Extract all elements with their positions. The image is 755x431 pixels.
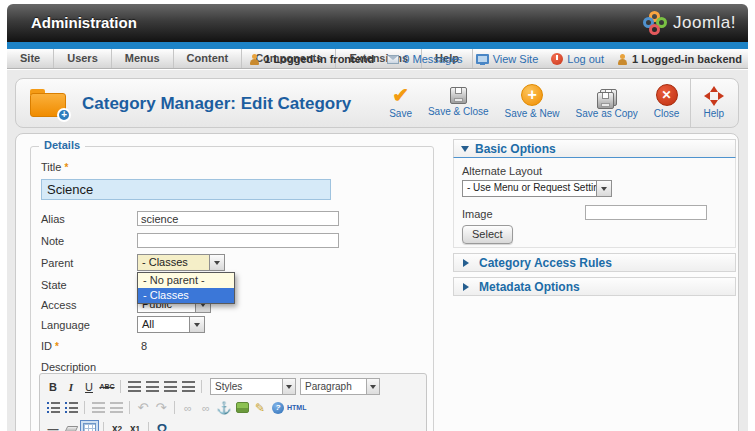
editor-toolbar-row-1: B I U ABC Styles Paragraph — [44, 376, 422, 397]
logo-ring-red — [649, 24, 660, 35]
accordion-metadata-options[interactable]: Metadata Options — [453, 277, 736, 296]
app-title: Administration — [31, 14, 137, 31]
logged-in-backend-status: 1 Logged-in backend — [617, 53, 742, 65]
toolbar-separator — [174, 401, 175, 414]
toolbar-buttons: ✔ Save Save & Close + Save & New Save as… — [381, 79, 734, 127]
four-arrows-icon — [704, 86, 724, 106]
joomla-admin-page: Administration Joomla! Site Users Menus … — [0, 0, 755, 431]
bullet-list-icon[interactable] — [44, 399, 62, 416]
select-image-button[interactable]: Select — [462, 225, 513, 244]
menu-item-content[interactable]: Content — [174, 49, 243, 68]
chevron-down-icon[interactable] — [209, 255, 224, 270]
view-site-label: View Site — [493, 53, 539, 65]
alternate-layout-select[interactable]: - Use Menu or Request Setting - — [462, 180, 612, 197]
outdent-icon[interactable] — [89, 399, 107, 416]
image-label: Image — [462, 208, 493, 220]
alternate-layout-label: Alternate Layout — [462, 165, 542, 177]
category-folder-icon: + — [30, 93, 66, 117]
align-center-icon[interactable] — [143, 378, 161, 395]
log-out-link[interactable]: Log out — [551, 53, 604, 65]
floppy-disk-icon — [450, 87, 467, 104]
special-character-icon[interactable]: Ω — [153, 420, 171, 431]
align-right-icon[interactable] — [161, 378, 179, 395]
content-panel: Details Title * Alias Note Parent - Clas… — [15, 133, 739, 431]
editor-toolbar-row-3: — x2 x1 Ω — [44, 418, 422, 431]
anchor-icon[interactable]: ⚓ — [215, 399, 233, 416]
save-button[interactable]: ✔ Save — [381, 79, 420, 127]
view-site-link[interactable]: View Site — [476, 53, 539, 65]
triangle-right-icon — [463, 259, 473, 267]
parent-select-dropdown: - No parent - - Classes — [137, 272, 235, 304]
table-guidelines-icon[interactable] — [80, 420, 99, 431]
options-column: Basic Options Alternate Layout - Use Men… — [453, 139, 736, 296]
align-left-icon[interactable] — [125, 378, 143, 395]
parent-option-classes[interactable]: - Classes — [138, 288, 234, 303]
details-legend: Details — [39, 139, 85, 151]
language-select[interactable]: All — [137, 316, 205, 333]
parent-option-no-parent[interactable]: - No parent - — [138, 273, 234, 288]
triangle-right-icon — [463, 283, 473, 291]
styles-select[interactable]: Styles — [210, 378, 296, 395]
help-button[interactable]: Help — [690, 79, 734, 127]
horizontal-rule-icon[interactable]: — — [44, 420, 62, 431]
logged-in-frontend-status: 1 Logged-in frontend — [249, 53, 374, 65]
cleanup-code-icon[interactable]: ✎ — [251, 399, 269, 416]
parent-select[interactable]: - Classes — [137, 254, 225, 271]
save-close-button[interactable]: Save & Close — [420, 79, 497, 127]
header-bar: Administration Joomla! — [7, 4, 748, 42]
bold-icon[interactable]: B — [44, 378, 62, 395]
folder-plus-badge: + — [57, 108, 71, 122]
remove-format-icon[interactable] — [62, 420, 80, 431]
alias-label: Alias — [41, 213, 65, 225]
align-justify-icon[interactable] — [179, 378, 197, 395]
underline-icon[interactable]: U — [80, 378, 98, 395]
toolbar-separator — [103, 422, 104, 431]
unlink-icon[interactable]: ∞ — [197, 399, 215, 416]
required-asterisk: * — [64, 162, 68, 173]
save-new-button[interactable]: + Save & New — [497, 79, 568, 127]
access-label: Access — [41, 299, 76, 311]
editor-help-icon[interactable]: ? — [269, 399, 287, 416]
undo-icon[interactable]: ↶ — [134, 399, 152, 416]
subscript-icon[interactable]: x2 — [108, 420, 126, 431]
insert-link-icon[interactable]: ∞ — [179, 399, 197, 416]
page-title: Category Manager: Edit Category — [82, 94, 351, 114]
strikethrough-icon[interactable]: ABC — [98, 378, 116, 395]
toolbar-separator — [84, 401, 85, 414]
accordion-basic-options[interactable]: Basic Options — [453, 139, 736, 158]
image-input[interactable] — [585, 205, 707, 220]
paragraph-format-select[interactable]: Paragraph — [300, 378, 380, 395]
numbered-list-icon[interactable] — [62, 399, 80, 416]
menu-item-menus[interactable]: Menus — [112, 49, 174, 68]
close-button[interactable]: ✕ Close — [646, 79, 688, 127]
user-icon — [249, 54, 260, 65]
chevron-down-icon[interactable] — [189, 317, 204, 332]
chevron-down-icon[interactable] — [596, 181, 611, 196]
logout-icon — [551, 53, 563, 65]
toolbar-separator — [148, 422, 149, 431]
save-as-copy-button[interactable]: Save as Copy — [568, 79, 646, 127]
chevron-down-icon — [366, 379, 379, 394]
menu-item-users[interactable]: Users — [54, 49, 112, 68]
title-input[interactable] — [41, 179, 331, 200]
id-label: ID * — [41, 340, 59, 352]
description-editor: B I U ABC Styles Paragraph — [39, 373, 427, 431]
superscript-icon[interactable]: x1 — [126, 420, 144, 431]
insert-image-icon[interactable] — [233, 399, 251, 416]
required-asterisk: * — [55, 341, 59, 352]
joomla-logo-text: Joomla! — [673, 13, 736, 33]
note-label: Note — [41, 235, 64, 247]
menu-item-site[interactable]: Site — [7, 49, 54, 68]
italic-icon[interactable]: I — [62, 378, 80, 395]
redo-icon[interactable]: ↷ — [152, 399, 170, 416]
html-source-icon[interactable]: HTML — [287, 399, 306, 416]
title-label: Title * — [41, 161, 68, 173]
indent-icon[interactable] — [107, 399, 125, 416]
messages-link[interactable]: 0 Messages — [387, 53, 462, 65]
toolbar-separator — [201, 380, 202, 393]
admin-menubar: Site Users Menus Content Components Exte… — [7, 49, 748, 69]
chevron-down-icon — [282, 379, 295, 394]
note-input[interactable] — [137, 233, 339, 248]
accordion-category-access-rules[interactable]: Category Access Rules — [453, 253, 736, 272]
alias-input[interactable] — [137, 211, 339, 226]
